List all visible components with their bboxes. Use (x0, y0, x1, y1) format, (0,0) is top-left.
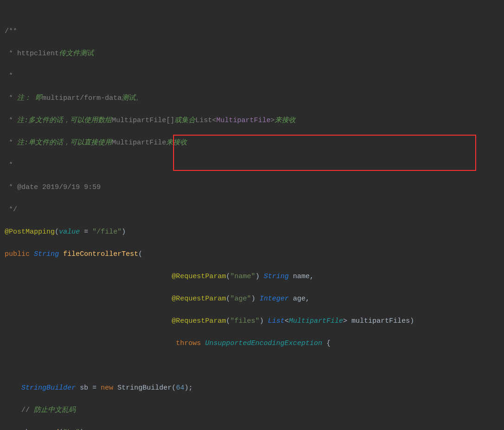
code-line: * httpclient传文件测试 (0, 48, 504, 59)
code-line: /** (0, 26, 504, 37)
code-line: * 注:多文件的话，可以使用数组MultipartFile[]或集合List<M… (0, 115, 504, 126)
code-line: StringBuilder sb = new StringBuilder(64)… (0, 383, 504, 394)
code-line: throws UnsupportedEncodingException { (0, 338, 504, 349)
code-line: * 注： 即multipart/form-data测试。 (0, 93, 504, 104)
code-line: @RequestParam("age") Integer age, (0, 293, 504, 305)
code-line: public String fileControllerTest( (0, 249, 504, 260)
code-line: * (0, 160, 504, 171)
comment-block: /** (5, 27, 17, 35)
code-line: @RequestParam("files") List<MultipartFil… (0, 316, 504, 327)
code-line: * (0, 71, 504, 82)
code-line: sb.append("\n"); (0, 427, 504, 430)
code-line: // 防止中文乱码 (0, 405, 504, 416)
code-line: * 注:单文件的话，可以直接使用MultipartFile来接收 (0, 137, 504, 149)
code-editor[interactable]: /** * httpclient传文件测试 * * 注： 即multipart/… (0, 15, 504, 430)
code-line: * @date 2019/9/19 9:59 (0, 182, 504, 193)
code-line: */ (0, 204, 504, 215)
code-line: @PostMapping(value = "/file") (0, 227, 504, 238)
code-line (0, 360, 504, 371)
code-line: @RequestParam("name") String name, (0, 271, 504, 282)
